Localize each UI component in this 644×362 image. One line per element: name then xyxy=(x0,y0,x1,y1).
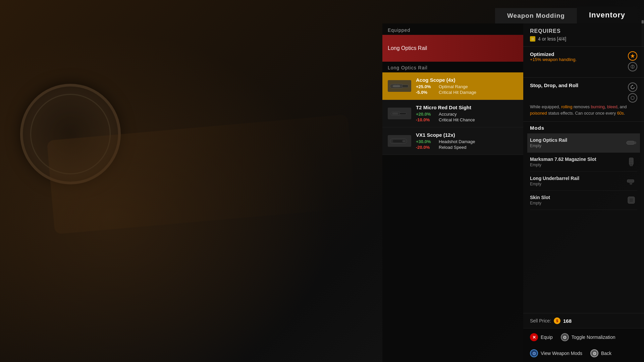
sell-section: Sell Price: $ 168 xyxy=(523,313,644,328)
rolling-highlight: rolling xyxy=(561,105,572,109)
svg-rect-4 xyxy=(395,83,395,85)
svg-rect-18 xyxy=(627,141,635,144)
weapon-list-panel: Equipped Long Optics Rail Long Optics Ra… xyxy=(382,23,523,362)
equip-label: Equip xyxy=(541,335,553,340)
mod-info-optics-rail: Long Optics Rail Empty xyxy=(530,137,625,148)
list-item[interactable]: T2 Micro Red Dot Sight +20.0% Accuracy -… xyxy=(382,100,523,127)
stat-minus: -5.0% xyxy=(416,90,435,95)
main-content: Equipped Long Optics Rail Long Optics Ra… xyxy=(382,23,644,362)
equip-button[interactable]: ✕ Equip xyxy=(530,333,553,341)
back-button[interactable]: ⊙ Back xyxy=(590,349,611,357)
list-item[interactable]: VX1 Scope (12x) +30.0% Headshot Damage -… xyxy=(382,127,523,155)
bleed-highlight: bleed xyxy=(607,105,618,109)
mod-info-skin: Skin Slot Empty xyxy=(530,195,625,205)
mod-item-skin[interactable]: Skin Slot Empty xyxy=(530,191,637,210)
svg-rect-19 xyxy=(634,142,636,144)
weapon-item-name-vx1: VX1 Scope (12x) xyxy=(416,132,518,138)
svg-rect-12 xyxy=(402,140,406,142)
svg-rect-25 xyxy=(630,182,632,184)
toggle-norm-label: Toggle Normalization xyxy=(572,335,615,340)
stat-row: +20.0% Accuracy xyxy=(416,112,518,117)
stat-label: Critical Hit Damage xyxy=(439,90,476,95)
sell-label: Sell Price: xyxy=(530,318,551,323)
mod-name-optics-rail: Long Optics Rail xyxy=(530,137,625,143)
requires-section: REQUIRES ⚙ 4 or less [4/4] xyxy=(523,23,644,47)
stat-row: -10.0% Critical Hit Chance xyxy=(416,117,518,122)
stat-label: Accuracy xyxy=(439,112,457,117)
weapon-icon-acog xyxy=(388,80,411,92)
perk-active-icon xyxy=(628,51,637,61)
perk-optimized-icons xyxy=(628,51,637,71)
perk-stop-drop-section: Stop, Drop, and Roll xyxy=(523,78,644,122)
svg-rect-9 xyxy=(394,112,395,113)
poisoned-highlight: poisoned xyxy=(530,111,547,116)
mod-status-underbarrel: Empty xyxy=(530,182,625,186)
weapon-icon-vx1 xyxy=(388,135,411,147)
tab-weapon-modding[interactable]: Weapon Modding xyxy=(495,8,577,23)
underbarrel-slot-icon xyxy=(625,175,637,187)
mods-section: Mods Long Optics Rail Empty xyxy=(523,122,644,313)
svg-rect-14 xyxy=(399,138,399,139)
weapon-background xyxy=(0,0,369,362)
list-item[interactable]: Acog Scope (4x) +25.0% Optimal Range -5.… xyxy=(382,72,523,100)
stat-label: Optimal Range xyxy=(439,84,468,89)
stat-row: +30.0% Headshot Damage xyxy=(416,139,518,144)
svg-rect-8 xyxy=(392,113,398,115)
stat-row: -20.0% Reload Speed xyxy=(416,145,518,150)
back-label: Back xyxy=(601,351,611,356)
mod-name-underbarrel: Long Underbarrel Rail xyxy=(530,176,625,181)
requires-text: 4 or less [4/4] xyxy=(538,36,566,42)
perk-optimized-section: Optimized +15% weapon handling. xyxy=(523,47,644,78)
tab-inventory[interactable]: Inventory xyxy=(577,7,637,23)
weapon-item-info-t2: T2 Micro Red Dot Sight +20.0% Accuracy -… xyxy=(416,105,518,122)
mod-item-magazine[interactable]: Marksman 7.62 Magazine Slot Empty xyxy=(530,153,637,172)
stat-label: Headshot Damage xyxy=(439,139,475,144)
perk-optimized-header: Optimized +15% weapon handling. xyxy=(530,51,637,71)
mod-item-optics-rail[interactable]: Long Optics Rail Empty xyxy=(527,133,640,153)
perk-refresh-icon xyxy=(628,82,637,92)
stat-row: +25.0% Optimal Range xyxy=(416,84,518,89)
perk-circle-icon xyxy=(628,93,637,103)
perk-stop-drop-name: Stop, Drop, and Roll xyxy=(530,82,578,88)
optics-slot-icon xyxy=(625,137,637,149)
mod-status-skin: Empty xyxy=(530,201,625,205)
stat-minus: -10.0% xyxy=(416,117,435,122)
perk-stop-drop-header: Stop, Drop, and Roll xyxy=(530,82,637,103)
svg-rect-7 xyxy=(399,113,406,115)
weapon-stats-vx1: +30.0% Headshot Damage -20.0% Reload Spe… xyxy=(416,139,518,150)
mods-title: Mods xyxy=(530,125,637,131)
section-label: Long Optics Rail xyxy=(382,62,523,72)
toggle-norm-icon: ⊙ xyxy=(561,333,569,341)
mod-status-magazine: Empty xyxy=(530,163,625,167)
perk-stop-drop-desc: While equipped, rolling removes burning,… xyxy=(530,104,637,117)
stat-label: Reload Speed xyxy=(439,145,466,150)
svg-rect-11 xyxy=(393,140,404,142)
sell-coin-icon: $ xyxy=(554,317,560,324)
weapon-item-name-t2: T2 Micro Red Dot Sight xyxy=(416,105,518,110)
weapon-item-info-vx1: VX1 Scope (12x) +30.0% Headshot Damage -… xyxy=(416,132,518,150)
requires-title: REQUIRES xyxy=(530,28,637,34)
toggle-normalization-button[interactable]: ⊙ Toggle Normalization xyxy=(561,333,615,341)
perk-optimized-bonus: +15% weapon handling. xyxy=(530,57,577,62)
stat-label: Critical Hit Chance xyxy=(439,117,475,122)
back-icon: ⊙ xyxy=(590,349,598,357)
equipped-label: Equipped xyxy=(382,23,523,35)
sell-amount: 168 xyxy=(563,318,572,324)
gear-icon: ⚙ xyxy=(530,36,535,42)
ui-container: Weapon Modding Inventory Equipped Long O… xyxy=(382,0,644,362)
weapon-item-name-acog: Acog Scope (4x) xyxy=(416,77,518,83)
equipped-item: Long Optics Rail xyxy=(382,35,523,62)
svg-point-17 xyxy=(631,96,634,100)
mod-item-underbarrel[interactable]: Long Underbarrel Rail Empty xyxy=(530,172,637,191)
info-panel: REQUIRES ⚙ 4 or less [4/4] Optimized +15… xyxy=(523,23,644,362)
bottom-actions: ✕ Equip ⊙ Toggle Normalization ⊙ View We… xyxy=(523,328,644,362)
view-mods-icon: ⊙ xyxy=(530,349,538,357)
mod-name-skin: Skin Slot xyxy=(530,195,625,200)
svg-rect-13 xyxy=(395,138,396,139)
view-weapon-mods-button[interactable]: ⊙ View Weapon Mods xyxy=(530,349,582,357)
requires-detail: ⚙ 4 or less [4/4] xyxy=(530,36,637,42)
weapon-stats-t2: +20.0% Accuracy -10.0% Critical Hit Chan… xyxy=(416,112,518,122)
weapon-icon-t2 xyxy=(388,108,411,119)
mod-name-magazine: Marksman 7.62 Magazine Slot xyxy=(530,157,625,162)
stat-minus: -20.0% xyxy=(416,145,435,150)
